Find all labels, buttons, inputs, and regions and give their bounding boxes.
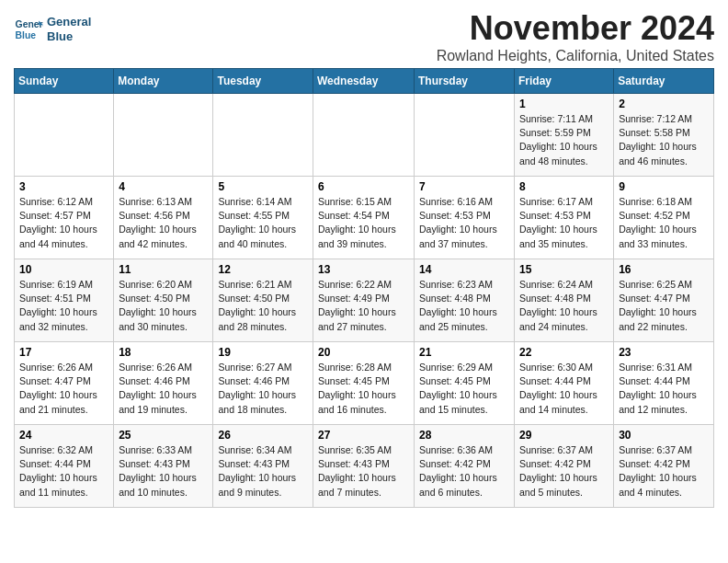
day-number: 23: [619, 346, 709, 359]
calendar-cell: 3Sunrise: 6:12 AM Sunset: 4:57 PM Daylig…: [15, 177, 114, 259]
calendar-cell: [415, 94, 515, 177]
calendar-cell: [114, 94, 213, 177]
svg-text:Blue: Blue: [16, 30, 37, 40]
calendar-week-row: 1Sunrise: 7:11 AM Sunset: 5:59 PM Daylig…: [15, 94, 714, 177]
calendar-week-row: 10Sunrise: 6:19 AM Sunset: 4:51 PM Dayli…: [15, 259, 714, 342]
day-number: 10: [19, 263, 108, 276]
day-number: 14: [419, 263, 509, 276]
day-info: Sunrise: 6:18 AM Sunset: 4:52 PM Dayligh…: [619, 195, 709, 251]
calendar-cell: [15, 94, 114, 177]
calendar-body: 1Sunrise: 7:11 AM Sunset: 5:59 PM Daylig…: [15, 94, 714, 508]
calendar-cell: 21Sunrise: 6:29 AM Sunset: 4:45 PM Dayli…: [415, 342, 515, 425]
day-number: 4: [119, 180, 208, 193]
day-info: Sunrise: 6:12 AM Sunset: 4:57 PM Dayligh…: [19, 195, 108, 251]
day-number: 17: [19, 346, 108, 359]
day-number: 24: [19, 429, 108, 442]
calendar-week-row: 3Sunrise: 6:12 AM Sunset: 4:57 PM Daylig…: [15, 177, 714, 259]
day-info: Sunrise: 6:17 AM Sunset: 4:53 PM Dayligh…: [519, 195, 609, 251]
calendar-header-row: SundayMondayTuesdayWednesdayThursdayFrid…: [15, 69, 714, 94]
calendar-cell: 2Sunrise: 7:12 AM Sunset: 5:58 PM Daylig…: [614, 94, 714, 177]
calendar-cell: 17Sunrise: 6:26 AM Sunset: 4:47 PM Dayli…: [15, 342, 114, 425]
calendar-cell: 9Sunrise: 6:18 AM Sunset: 4:52 PM Daylig…: [614, 177, 714, 259]
day-number: 8: [519, 180, 609, 193]
calendar-cell: 13Sunrise: 6:22 AM Sunset: 4:49 PM Dayli…: [313, 259, 415, 342]
calendar-cell: 24Sunrise: 6:32 AM Sunset: 4:44 PM Dayli…: [15, 425, 114, 508]
day-info: Sunrise: 6:22 AM Sunset: 4:49 PM Dayligh…: [318, 278, 409, 334]
calendar-day-header: Friday: [515, 69, 614, 94]
calendar-cell: 6Sunrise: 6:15 AM Sunset: 4:54 PM Daylig…: [313, 177, 415, 259]
day-info: Sunrise: 6:26 AM Sunset: 4:47 PM Dayligh…: [19, 361, 108, 417]
day-number: 9: [619, 180, 709, 193]
location-subtitle: Rowland Heights, California, United Stat…: [437, 48, 714, 64]
calendar-day-header: Sunday: [15, 69, 114, 94]
day-number: 29: [519, 429, 609, 442]
logo-text-line1: General: [47, 15, 91, 29]
day-number: 13: [318, 263, 409, 276]
day-info: Sunrise: 6:19 AM Sunset: 4:51 PM Dayligh…: [19, 278, 108, 334]
day-info: Sunrise: 7:11 AM Sunset: 5:59 PM Dayligh…: [519, 112, 609, 168]
day-number: 18: [119, 346, 208, 359]
day-number: 26: [218, 429, 308, 442]
calendar-cell: 14Sunrise: 6:23 AM Sunset: 4:48 PM Dayli…: [415, 259, 515, 342]
day-number: 25: [119, 429, 208, 442]
month-year-title: November 2024: [437, 9, 714, 48]
calendar-day-header: Monday: [114, 69, 213, 94]
day-info: Sunrise: 6:21 AM Sunset: 4:50 PM Dayligh…: [218, 278, 308, 334]
calendar-cell: 5Sunrise: 6:14 AM Sunset: 4:55 PM Daylig…: [213, 177, 313, 259]
day-info: Sunrise: 6:28 AM Sunset: 4:45 PM Dayligh…: [318, 361, 409, 417]
day-number: 28: [419, 429, 509, 442]
day-info: Sunrise: 6:24 AM Sunset: 4:48 PM Dayligh…: [519, 278, 609, 334]
calendar-cell: 28Sunrise: 6:36 AM Sunset: 4:42 PM Dayli…: [415, 425, 515, 508]
calendar-cell: [313, 94, 415, 177]
day-number: 30: [619, 429, 709, 442]
calendar-cell: 1Sunrise: 7:11 AM Sunset: 5:59 PM Daylig…: [515, 94, 614, 177]
calendar-cell: 26Sunrise: 6:34 AM Sunset: 4:43 PM Dayli…: [213, 425, 313, 508]
calendar-cell: 8Sunrise: 6:17 AM Sunset: 4:53 PM Daylig…: [515, 177, 614, 259]
calendar-cell: 10Sunrise: 6:19 AM Sunset: 4:51 PM Dayli…: [15, 259, 114, 342]
day-number: 12: [218, 263, 308, 276]
calendar-week-row: 17Sunrise: 6:26 AM Sunset: 4:47 PM Dayli…: [15, 342, 714, 425]
day-number: 20: [318, 346, 409, 359]
calendar-day-header: Thursday: [415, 69, 515, 94]
day-number: 19: [218, 346, 308, 359]
calendar-cell: 15Sunrise: 6:24 AM Sunset: 4:48 PM Dayli…: [515, 259, 614, 342]
day-number: 6: [318, 180, 409, 193]
day-number: 1: [519, 98, 609, 110]
day-info: Sunrise: 6:26 AM Sunset: 4:46 PM Dayligh…: [119, 361, 208, 417]
day-info: Sunrise: 6:29 AM Sunset: 4:45 PM Dayligh…: [419, 361, 509, 417]
day-info: Sunrise: 6:36 AM Sunset: 4:42 PM Dayligh…: [419, 443, 509, 500]
day-info: Sunrise: 6:35 AM Sunset: 4:43 PM Dayligh…: [318, 443, 409, 500]
calendar-cell: 22Sunrise: 6:30 AM Sunset: 4:44 PM Dayli…: [515, 342, 614, 425]
calendar-table: SundayMondayTuesdayWednesdayThursdayFrid…: [14, 68, 714, 508]
day-number: 16: [619, 263, 709, 276]
logo-text-line2: Blue: [47, 29, 91, 44]
day-number: 7: [419, 180, 509, 193]
day-info: Sunrise: 6:37 AM Sunset: 4:42 PM Dayligh…: [619, 443, 709, 500]
day-info: Sunrise: 6:33 AM Sunset: 4:43 PM Dayligh…: [119, 443, 208, 500]
day-info: Sunrise: 6:13 AM Sunset: 4:56 PM Dayligh…: [119, 195, 208, 251]
calendar-cell: 4Sunrise: 6:13 AM Sunset: 4:56 PM Daylig…: [114, 177, 213, 259]
day-number: 15: [519, 263, 609, 276]
day-info: Sunrise: 6:37 AM Sunset: 4:42 PM Dayligh…: [519, 443, 609, 500]
day-number: 21: [419, 346, 509, 359]
day-number: 2: [619, 98, 709, 110]
day-info: Sunrise: 6:14 AM Sunset: 4:55 PM Dayligh…: [218, 195, 308, 251]
logo: General Blue General Blue: [14, 15, 91, 44]
calendar-day-header: Tuesday: [213, 69, 313, 94]
calendar-cell: 30Sunrise: 6:37 AM Sunset: 4:42 PM Dayli…: [614, 425, 714, 508]
calendar-cell: 7Sunrise: 6:16 AM Sunset: 4:53 PM Daylig…: [415, 177, 515, 259]
day-number: 22: [519, 346, 609, 359]
title-block: November 2024 Rowland Heights, Californi…: [437, 9, 714, 64]
day-info: Sunrise: 6:20 AM Sunset: 4:50 PM Dayligh…: [119, 278, 208, 334]
calendar-cell: 25Sunrise: 6:33 AM Sunset: 4:43 PM Dayli…: [114, 425, 213, 508]
logo-icon: General Blue: [14, 15, 43, 44]
day-info: Sunrise: 6:30 AM Sunset: 4:44 PM Dayligh…: [519, 361, 609, 417]
day-info: Sunrise: 6:32 AM Sunset: 4:44 PM Dayligh…: [19, 443, 108, 500]
day-info: Sunrise: 6:27 AM Sunset: 4:46 PM Dayligh…: [218, 361, 308, 417]
calendar-cell: 18Sunrise: 6:26 AM Sunset: 4:46 PM Dayli…: [114, 342, 213, 425]
calendar-week-row: 24Sunrise: 6:32 AM Sunset: 4:44 PM Dayli…: [15, 425, 714, 508]
calendar-cell: 20Sunrise: 6:28 AM Sunset: 4:45 PM Dayli…: [313, 342, 415, 425]
calendar-cell: 27Sunrise: 6:35 AM Sunset: 4:43 PM Dayli…: [313, 425, 415, 508]
day-info: Sunrise: 6:16 AM Sunset: 4:53 PM Dayligh…: [419, 195, 509, 251]
day-number: 3: [19, 180, 108, 193]
